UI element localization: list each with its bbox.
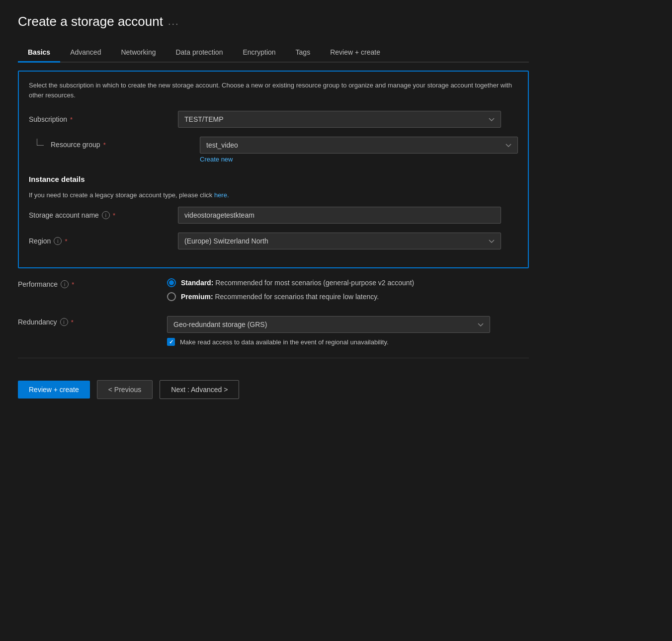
subscription-required: * (70, 116, 73, 123)
tab-tags[interactable]: Tags (286, 43, 321, 63)
tab-advanced[interactable]: Advanced (60, 43, 111, 63)
create-new-link[interactable]: Create new (200, 156, 233, 163)
tab-basics[interactable]: Basics (18, 43, 60, 63)
review-create-button[interactable]: Review + create (18, 381, 90, 399)
info-description: Select the subscription in which to crea… (29, 80, 518, 100)
tab-encryption[interactable]: Encryption (233, 43, 285, 63)
instance-details-title: Instance details (29, 175, 518, 183)
performance-premium-option[interactable]: Premium: Recommended for scenarios that … (167, 292, 490, 301)
tree-corner (37, 139, 44, 146)
next-button[interactable]: Next : Advanced > (160, 380, 239, 399)
subscription-label: Subscription * (29, 115, 178, 123)
subscription-dropdown[interactable]: TEST/TEMP (178, 111, 501, 128)
region-control: (Europe) Switzerland North (178, 233, 501, 249)
tab-networking[interactable]: Networking (111, 43, 166, 63)
info-box: Select the subscription in which to crea… (18, 71, 529, 268)
performance-label: Performance i * (18, 278, 167, 288)
performance-required: * (72, 281, 74, 288)
performance-premium-label: Premium: (181, 293, 213, 301)
redundancy-row: Redundancy i * Geo-redundant storage (GR… (18, 316, 529, 346)
performance-row: Performance i * Standard: Recommended fo… (18, 278, 529, 306)
storage-account-name-info-icon: i (102, 211, 110, 219)
performance-standard-label: Standard: (181, 279, 213, 287)
redundancy-info-icon: i (60, 318, 68, 326)
storage-account-name-label: Storage account name i * (29, 211, 178, 219)
resource-group-control: test_video Create new (200, 137, 518, 163)
storage-account-name-row: Storage account name i * (29, 207, 518, 224)
bottom-bar: Review + create < Previous Next : Advanc… (18, 370, 529, 404)
performance-info-icon: i (61, 280, 69, 288)
bottom-divider (18, 358, 529, 358)
performance-standard-radio[interactable] (167, 278, 176, 287)
performance-premium-desc: Recommended for scenarios that require l… (215, 293, 379, 301)
region-row: Region i * (Europe) Switzerland North (29, 233, 518, 249)
subscription-control: TEST/TEMP (178, 111, 501, 128)
performance-options: Standard: Recommended for most scenarios… (167, 278, 490, 306)
redundancy-control: Geo-redundant storage (GRS) Make read ac… (167, 316, 490, 346)
read-access-label: Make read access to data available in th… (180, 338, 389, 346)
performance-standard-desc: Recommended for most scenarios (general-… (215, 279, 414, 287)
legacy-text: If you need to create a legacy storage a… (29, 191, 518, 199)
resource-group-label: Resource group * (51, 139, 200, 149)
region-dropdown[interactable]: (Europe) Switzerland North (178, 233, 501, 249)
region-info-icon: i (54, 237, 62, 245)
tree-indent: Resource group * (29, 139, 200, 149)
redundancy-label: Redundancy i * (18, 316, 167, 326)
redundancy-required: * (71, 319, 74, 326)
storage-account-name-required: * (113, 212, 115, 219)
performance-premium-radio[interactable] (167, 292, 176, 301)
resource-group-row: Resource group * test_video Create new (29, 137, 518, 163)
outer-form: Performance i * Standard: Recommended fo… (18, 278, 529, 346)
performance-standard-option[interactable]: Standard: Recommended for most scenarios… (167, 278, 490, 287)
subscription-row: Subscription * TEST/TEMP (29, 111, 518, 128)
resource-group-dropdown[interactable]: test_video (200, 137, 518, 154)
tab-data-protection[interactable]: Data protection (166, 43, 233, 63)
previous-button[interactable]: < Previous (97, 380, 153, 399)
resource-group-required: * (103, 141, 106, 149)
read-access-checkbox[interactable] (167, 338, 175, 346)
legacy-link[interactable]: here. (214, 191, 229, 199)
read-access-row: Make read access to data available in th… (167, 338, 490, 346)
page-title: Create a storage account (18, 14, 163, 29)
tab-review-create[interactable]: Review + create (320, 43, 390, 63)
tab-bar: Basics Advanced Networking Data protecti… (18, 43, 529, 63)
title-ellipsis: ... (168, 16, 179, 27)
storage-account-name-input[interactable] (178, 207, 501, 224)
resource-group-label-col: Resource group * (29, 137, 200, 149)
region-required: * (65, 238, 67, 245)
redundancy-dropdown[interactable]: Geo-redundant storage (GRS) (167, 316, 490, 333)
region-label: Region i * (29, 237, 178, 245)
storage-account-name-control (178, 207, 501, 224)
